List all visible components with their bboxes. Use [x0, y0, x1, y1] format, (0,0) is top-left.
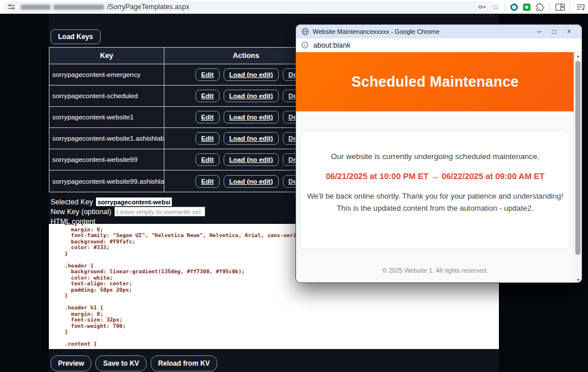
popup-url-text: about:blank	[313, 41, 351, 49]
sliders-icon[interactable]	[7, 3, 16, 10]
new-key-input[interactable]	[114, 207, 205, 216]
maintenance-heading: Scheduled Maintenance	[351, 73, 518, 90]
kv-table-body: sorrypagecontent-emergency Edit Load (no…	[49, 64, 328, 192]
info-icon[interactable]	[301, 41, 309, 49]
key-cell: sorrypagecontent-website99.ashishlabs.co…	[49, 170, 164, 192]
popup-address-bar[interactable]: about:blank	[296, 38, 582, 52]
popup-window-title: Website Maintenancexxxxx - Google Chrome	[313, 28, 532, 35]
key-cell: sorrypagecontent-website1.ashishlabs.com	[49, 128, 164, 149]
popup-title-bar[interactable]: Website Maintenancexxxxx - Google Chrome…	[296, 25, 582, 38]
reload-from-kv-button[interactable]: Reload from KV	[151, 355, 217, 371]
maintenance-note-line1: We’ll be back online shortly. Thank you …	[301, 190, 570, 202]
load-no-edit-button[interactable]: Load (no edit)	[224, 111, 279, 123]
bookmark-star-icon[interactable]: ☆	[492, 3, 499, 11]
table-row: sorrypagecontent-emergency Edit Load (no…	[49, 64, 328, 86]
toolbar-divider	[570, 3, 571, 11]
minimize-button[interactable]: –	[532, 25, 547, 38]
table-row: sorrypagecontent-website1 Edit Load (no …	[49, 107, 328, 128]
new-key-label: New Key (optional)	[51, 208, 112, 216]
maintenance-header-banner: Scheduled Maintenance	[296, 52, 574, 111]
media-controls-icon[interactable]	[576, 3, 586, 11]
address-bar[interactable]: /SorryPageTemplates.aspx	[3, 1, 495, 13]
column-header-key: Key	[49, 48, 164, 64]
maximize-button[interactable]: □	[547, 25, 562, 38]
edit-button[interactable]: Edit	[195, 111, 220, 123]
maintenance-page: Scheduled Maintenance Our website is cur…	[296, 52, 582, 283]
maintenance-window-dates: 06/21/2025 at 10:00 PM ET → 06/22/2025 a…	[301, 172, 570, 181]
toolbar-divider	[549, 3, 550, 11]
toolbar-divider	[505, 3, 505, 11]
save-to-kv-button[interactable]: Save to KV	[95, 355, 147, 371]
load-keys-button[interactable]: Load Keys	[51, 29, 101, 44]
edit-button[interactable]: Edit	[195, 153, 220, 166]
load-no-edit-button[interactable]: Load (no edit)	[224, 153, 279, 166]
redacted-url-segment	[53, 5, 104, 10]
edit-button[interactable]: Edit	[195, 175, 220, 188]
kv-keys-table: Key Actions sorrypagecontent-emergency E…	[49, 47, 328, 192]
key-cell: sorrypagecontent-website99	[49, 149, 164, 170]
maintenance-card: Our website is currently undergoing sche…	[301, 131, 570, 249]
scrollbar-thumb[interactable]	[575, 61, 581, 255]
browser-toolbar: /SorryPageTemplates.aspx ☆	[0, 0, 588, 14]
selected-key-input[interactable]	[96, 197, 172, 206]
table-row: sorrypagecontent-scheduled Edit Load (no…	[49, 86, 328, 107]
table-header-row: Key Actions	[49, 48, 328, 64]
load-no-edit-button[interactable]: Load (no edit)	[224, 68, 279, 81]
selected-key-label: Selected Key	[51, 198, 93, 206]
popup-scrollbar[interactable]: ▲ ▼	[574, 52, 582, 283]
edit-button[interactable]: Edit	[195, 68, 220, 81]
maintenance-popup-window: Website Maintenancexxxxx - Google Chrome…	[295, 24, 582, 283]
edit-button[interactable]: Edit	[195, 132, 220, 145]
preview-button[interactable]: Preview	[51, 355, 91, 371]
side-panel-search-icon[interactable]	[555, 3, 565, 11]
maintenance-note: We’ll be back online shortly. Thank you …	[301, 190, 570, 214]
redacted-url-segment	[21, 5, 51, 10]
close-button[interactable]: ×	[562, 25, 577, 38]
load-no-edit-button[interactable]: Load (no edit)	[224, 175, 279, 188]
key-cell: sorrypagecontent-scheduled	[49, 86, 164, 106]
screen: /SorryPageTemplates.aspx ☆	[0, 0, 588, 372]
password-key-icon[interactable]	[478, 2, 487, 11]
load-no-edit-button[interactable]: Load (no edit)	[224, 132, 279, 145]
extension-icon-green[interactable]	[523, 3, 531, 11]
scroll-up-arrow-icon[interactable]: ▲	[574, 54, 582, 58]
page-globe-icon	[301, 28, 309, 36]
key-cell: sorrypagecontent-emergency	[49, 64, 164, 85]
maintenance-footer: © 2025 Website 1. All rights reserved.	[296, 267, 574, 274]
table-row: sorrypagecontent-website1.ashishlabs.com…	[49, 128, 328, 149]
table-row: sorrypagecontent-website99 Edit Load (no…	[49, 149, 328, 170]
maintenance-message: Our website is currently undergoing sche…	[301, 152, 570, 161]
table-row: sorrypagecontent-website99.ashishlabs.co…	[49, 170, 328, 192]
edit-button[interactable]: Edit	[195, 90, 220, 102]
maintenance-note-line2: This is the updated content from the aut…	[301, 202, 570, 214]
extension-icon-teal[interactable]	[510, 3, 518, 11]
extensions-puzzle-icon[interactable]	[536, 3, 544, 11]
key-cell: sorrypagecontent-website1	[49, 107, 164, 127]
load-no-edit-button[interactable]: Load (no edit)	[224, 90, 279, 102]
url-path-text: /SorryPageTemplates.aspx	[107, 3, 189, 11]
scroll-down-arrow-icon[interactable]: ▼	[574, 278, 582, 282]
